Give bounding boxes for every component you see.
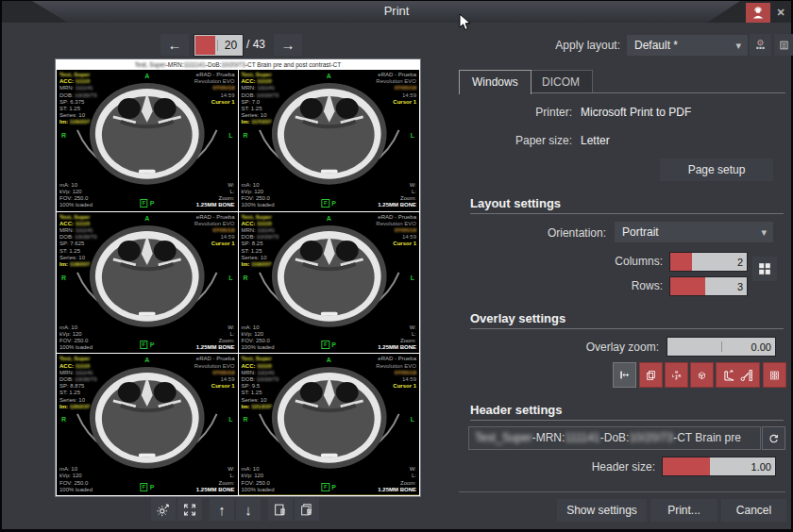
move-page-up-button[interactable]: ↑ (210, 498, 234, 521)
print-dialog: Print ✕ ← 20 / 43 → Apply layout: Defaul… (0, 0, 793, 532)
chevron-down-icon: ▾ (735, 35, 741, 56)
cancel-button[interactable]: Cancel (721, 499, 786, 522)
orientation-marker-left: L (411, 416, 414, 423)
cell-overlay-top-right: eRAD - Prueba Revolution EVO 07/05/18 14… (194, 214, 235, 248)
orientation-marker-right: R (61, 416, 66, 423)
rows-value: 3 (737, 277, 743, 295)
cell-overlay-top-right: eRAD - Prueba Revolution EVO 07/05/18 14… (376, 72, 416, 106)
cell-overlay-bottom-right: W: L: Zoom: 1.25MM BONE (378, 466, 416, 493)
close-button[interactable]: ✕ (772, 3, 789, 22)
overlay-frames-button[interactable] (639, 362, 663, 388)
print-button[interactable]: Print... (650, 499, 717, 522)
cell-overlay-top-left: Test, Super ACC: 11115 MRN: 111141 DOB: … (242, 72, 279, 126)
page-number-spinner[interactable]: 20 (194, 34, 244, 57)
preview-image-cell[interactable]: Test, Super ACC: 11115 MRN: 111141 DOB: … (57, 70, 238, 211)
previous-page-button[interactable]: ← (160, 34, 189, 56)
cell-overlay-top-left: Test, Super ACC: 11115 MRN: 111141 DOB: … (242, 214, 279, 269)
delete-page-button[interactable] (268, 498, 293, 521)
chevron-down-icon: ▾ (761, 222, 767, 242)
grid-layout-picker-button[interactable] (752, 257, 777, 281)
preview-page-header: Test, Super-MRN:1111141-DoB:10/20/73-CT … (56, 59, 420, 70)
orientation-marker-anterior: A (144, 215, 149, 222)
measurement-tools-button[interactable] (716, 362, 760, 388)
orientation-marker-left: L (228, 274, 232, 281)
preview-grid: Test, Super ACC: 11115 MRN: 111141 DOB: … (57, 70, 419, 495)
cell-overlay-bottom-left: mA: 10 kVp: 120 FOV: 250.0 100% loaded (242, 182, 275, 209)
patient-name: Test, Super (242, 214, 279, 221)
save-layout-button[interactable] (750, 34, 771, 56)
rows-slider-fill[interactable] (670, 277, 705, 295)
footer-divider (459, 491, 785, 492)
header-size-value: 1.00 (751, 457, 771, 475)
header-size-slider[interactable]: 1.00 (662, 457, 776, 476)
svg-text:L: L (672, 374, 675, 377)
table-grid-icon (769, 367, 780, 384)
preview-image-cell[interactable]: Test, Super ACC: 11115 MRN: 111141 DOB: … (239, 354, 420, 495)
tab-windows[interactable]: Windows (459, 70, 531, 94)
header-size-slider-fill[interactable] (663, 457, 710, 475)
user-icon (751, 6, 766, 21)
columns-label: Columns: (527, 255, 663, 268)
page-number-value[interactable]: 20 (219, 35, 243, 56)
cell-overlay-top-left: Test, Super ACC: 11115 MRN: 111141 DOB: … (59, 356, 97, 410)
orientation-dropdown[interactable]: Portrait ▾ (615, 222, 773, 242)
overlay-zoom-center-tick (721, 341, 722, 352)
delete-all-pages-button[interactable] (295, 498, 319, 521)
overlay-zoom-slider[interactable]: 0.00 (666, 337, 776, 357)
orientation-marker-left: L (411, 274, 414, 281)
orientation-marker-anterior: A (327, 357, 331, 363)
orientation-marker-posterior: FP (140, 199, 154, 208)
preview-image-cell[interactable]: Test, Super ACC: 11115 MRN: 111141 DOB: … (239, 212, 420, 354)
printer-label: Printer: (468, 106, 572, 119)
reset-header-button[interactable] (762, 426, 785, 450)
paper-size-value: Letter (581, 134, 610, 147)
header-text-field[interactable]: Test_Super-MRN:111141-DoB:10/20/73-CT Br… (468, 426, 761, 450)
preview-image-cell[interactable]: Test, Super ACC: 11115 MRN: 111141 DOB: … (57, 354, 238, 495)
cube-icon: R (697, 367, 707, 384)
refresh-icon (768, 431, 779, 446)
apply-layout-value: Default * (634, 39, 678, 52)
columns-slider-fill[interactable] (670, 253, 692, 271)
orientation-marker-anterior: A (144, 357, 149, 363)
orientation-marker-right: R (244, 416, 248, 423)
fit-to-window-button[interactable] (177, 498, 202, 521)
svg-text:R: R (679, 374, 682, 377)
page-setup-button[interactable]: Page setup (660, 158, 773, 181)
toggle-overlay-panel-button[interactable] (613, 362, 636, 388)
layout-list-button[interactable] (774, 34, 793, 56)
orientation-marker-posterior: FP (322, 483, 336, 491)
next-page-button[interactable]: → (274, 34, 302, 56)
orientation-marker-left: L (228, 416, 232, 423)
orientation-cube-button[interactable]: R (690, 362, 714, 388)
columns-slider[interactable]: 2 (669, 252, 748, 272)
orientation-markers-button[interactable]: H L R F (665, 362, 688, 388)
svg-text:H: H (675, 371, 678, 374)
header-size-label: Header size: (485, 460, 655, 474)
support-user-button[interactable] (746, 3, 770, 23)
rows-slider[interactable]: 3 (669, 276, 748, 296)
show-settings-button[interactable]: Show settings (557, 499, 647, 522)
preview-image-cell[interactable]: Test, Super ACC: 11115 MRN: 111141 DOB: … (57, 212, 238, 354)
orientation-marker-anterior: A (327, 73, 331, 79)
protractor-icon (722, 367, 736, 384)
move-page-down-button[interactable]: ↓ (236, 498, 261, 521)
orientation-marker-anterior: A (327, 215, 331, 222)
overlay-zoom-value: 0.00 (751, 338, 771, 356)
preview-image-cell[interactable]: Test, Super ACC: 11115 MRN: 111141 DOB: … (239, 70, 420, 211)
orientation-marker-posterior: FP (140, 483, 154, 491)
orientation-letters-icon: H L R F (671, 367, 682, 384)
page-total-label: / 43 (246, 38, 265, 51)
auto-window-level-button[interactable] (151, 498, 176, 521)
cell-overlay-bottom-right: W: L: Zoom: 1.25MM BONE (378, 324, 416, 352)
tab-dicom[interactable]: DICOM (529, 70, 593, 93)
orientation-marker-right: R (244, 132, 248, 139)
orientation-marker-posterior: FP (322, 199, 336, 208)
cell-overlay-bottom-right: W: L: Zoom: 1.25MM BONE (196, 466, 235, 493)
page-spinner-drag-area[interactable] (195, 36, 215, 55)
print-preview-page[interactable]: Test, Super-MRN:1111141-DoB:10/20/73-CT … (56, 59, 420, 496)
overlay-grid-button[interactable] (763, 362, 786, 388)
layout-settings-title: Layout settings (470, 196, 561, 210)
apply-layout-dropdown[interactable]: Default * ▾ (627, 35, 748, 56)
orientation-marker-posterior: FP (322, 341, 336, 349)
orientation-marker-anterior: A (144, 73, 149, 79)
